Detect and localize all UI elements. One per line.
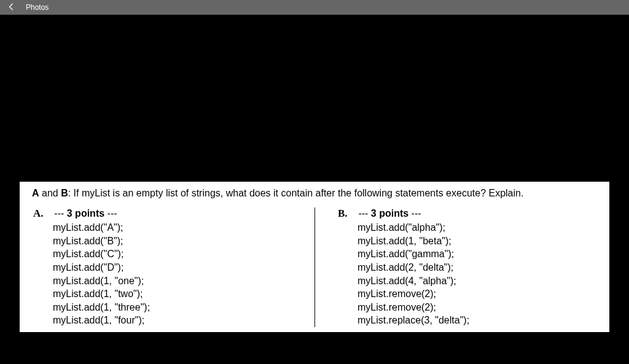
code-line: myList.add(2, "delta"); <box>357 261 603 274</box>
points-bold-a: 3 points <box>67 208 104 219</box>
column-b: B. --- 3 points --- myList.add("alpha");… <box>299 207 603 327</box>
section-label-a: A. <box>33 207 44 219</box>
points-prefix-b: --- <box>358 208 370 219</box>
column-divider <box>314 207 315 327</box>
code-line: myList.add("C"); <box>53 247 299 261</box>
title-bar: Photos <box>0 0 629 15</box>
code-line: myList.remove(2); <box>357 287 603 301</box>
section-label-b: B. <box>338 207 348 219</box>
label-b: B <box>61 188 68 198</box>
code-line: myList.add("gamma"); <box>357 247 603 261</box>
label-a: A <box>32 188 39 198</box>
document-image: A and B: If myList is an empty list of s… <box>20 182 609 332</box>
code-line: myList.add("A"); <box>53 221 299 234</box>
code-block-b: myList.add("alpha"); myList.add(1, "beta… <box>338 221 603 327</box>
content-area: A and B: If myList is an empty list of s… <box>0 15 629 364</box>
code-line: myList.add(1, "three"); <box>53 301 299 314</box>
code-line: myList.add(1, "two"); <box>53 287 299 301</box>
code-line: myList.add(1, "four"); <box>53 314 299 327</box>
points-prefix-a: --- <box>54 208 66 219</box>
question-mid: and <box>39 188 61 198</box>
code-line: myList.add("B"); <box>53 234 299 248</box>
column-a: A. --- 3 points --- myList.add("A"); myL… <box>26 207 299 327</box>
code-line: myList.add(1, "one"); <box>53 274 299 288</box>
code-line: myList.add(4, "alpha"); <box>357 274 603 288</box>
columns: A. --- 3 points --- myList.add("A"); myL… <box>26 207 603 327</box>
code-line: myList.add("alpha"); <box>357 221 603 234</box>
question-text: : If myList is an empty list of strings,… <box>68 188 524 198</box>
arrow-left-icon <box>7 2 16 13</box>
app-title: Photos <box>26 3 49 12</box>
code-line: myList.add(1, "beta"); <box>357 234 603 248</box>
points-bold-b: 3 points <box>371 208 408 219</box>
back-button[interactable] <box>2 1 21 14</box>
points-suffix-b: --- <box>408 208 421 219</box>
question-header: A and B: If myList is an empty list of s… <box>26 188 603 199</box>
code-line: myList.add("D"); <box>53 261 299 274</box>
code-line: myList.replace(3, "delta"); <box>357 314 603 327</box>
points-suffix-a: --- <box>104 208 117 219</box>
code-block-a: myList.add("A"); myList.add("B"); myList… <box>33 221 299 327</box>
code-line: myList.remove(2); <box>357 301 603 314</box>
